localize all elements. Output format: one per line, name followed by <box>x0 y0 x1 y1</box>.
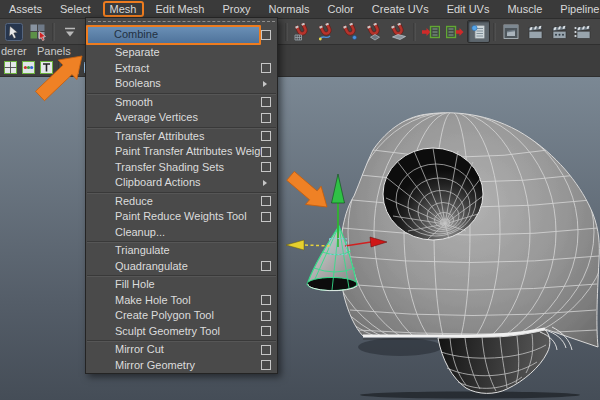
menu-item-quadrangulate[interactable]: Quadrangulate <box>86 259 277 275</box>
menu-edit-mesh[interactable]: Edit Mesh <box>147 1 214 18</box>
flyout-arrow-icon[interactable] <box>595 20 600 43</box>
menu-item-average-vertices[interactable]: Average Vertices <box>86 110 277 126</box>
menu-separator <box>86 191 277 194</box>
menu-separator <box>86 240 277 243</box>
submenu-arrow-icon <box>263 81 267 87</box>
text-tool-icon[interactable] <box>38 59 54 75</box>
menu-item-reduce[interactable]: Reduce <box>86 194 277 210</box>
menu-item-mirror-geometry[interactable]: Mirror Geometry <box>86 358 277 374</box>
menu-item-booleans[interactable]: Booleans <box>86 76 277 92</box>
option-box[interactable] <box>261 97 271 107</box>
menu-item-extract[interactable]: Extract <box>86 61 277 77</box>
option-box[interactable] <box>261 345 271 355</box>
menu-tearoff[interactable] <box>86 18 277 25</box>
option-box[interactable] <box>261 30 271 40</box>
menu-mesh[interactable]: Mesh <box>103 1 144 17</box>
output-connections-icon[interactable] <box>443 20 466 43</box>
menu-item-label: Mirror Geometry <box>86 358 261 374</box>
menu-item-create-polygon-tool[interactable]: Create Polygon Tool <box>86 308 277 324</box>
menu-item-label: Make Hole Tool <box>86 293 261 309</box>
menu-item-fill-hole[interactable]: Fill Hole <box>86 277 277 293</box>
menu-item-smooth[interactable]: Smooth <box>86 95 277 111</box>
snap-to-grid-icon[interactable] <box>291 20 314 43</box>
option-box[interactable] <box>261 113 271 123</box>
input-connections-icon[interactable] <box>419 20 442 43</box>
menu-item-tail <box>261 175 277 191</box>
menu-item-clipboard-actions[interactable]: Clipboard Actions <box>86 175 277 191</box>
render-settings-icon[interactable] <box>571 20 594 43</box>
menu-color[interactable]: Color <box>319 1 363 18</box>
option-box[interactable] <box>261 326 271 336</box>
menu-separator <box>86 339 277 342</box>
snap-to-center-icon[interactable] <box>363 20 386 43</box>
option-box[interactable] <box>261 261 271 271</box>
color-key-icon[interactable] <box>20 59 36 75</box>
construction-history-icon[interactable] <box>467 20 490 43</box>
render-view-icon[interactable] <box>499 20 522 43</box>
menu-item-tail <box>261 358 277 374</box>
menu-item-tail <box>261 209 277 225</box>
snap-to-point-icon[interactable] <box>339 20 362 43</box>
menu-item-transfer-attributes[interactable]: Transfer Attributes <box>86 129 277 145</box>
menu-muscle[interactable]: Muscle <box>498 1 551 18</box>
menu-assets[interactable]: Assets <box>0 1 51 18</box>
menu-item-paint-transfer-attributes-weights-tool[interactable]: Paint Transfer Attributes Weights Tool <box>86 144 277 160</box>
menu-item-label: Transfer Attributes <box>86 129 261 145</box>
option-box[interactable] <box>261 196 271 206</box>
menu-item-separate[interactable]: Separate <box>86 45 277 61</box>
menu-item-sculpt-geometry-tool[interactable]: Sculpt Geometry Tool <box>86 324 277 340</box>
ipr-render-icon[interactable] <box>547 20 570 43</box>
menu-item-cleanup[interactable]: Cleanup... <box>86 225 277 241</box>
menu-item-combine[interactable]: Combine <box>86 25 277 45</box>
flyout-arrow-icon[interactable] <box>58 20 81 43</box>
menu-item-label: Smooth <box>86 95 261 111</box>
menu-item-tail <box>261 129 277 145</box>
option-box[interactable] <box>261 311 271 321</box>
menu-select[interactable]: Select <box>51 1 100 18</box>
menu-create-uvs[interactable]: Create UVs <box>363 1 438 18</box>
option-box[interactable] <box>261 147 271 157</box>
menu-item-tail <box>261 76 277 92</box>
menu-separator <box>86 126 277 129</box>
snap-render-tools-group <box>283 20 600 43</box>
menu-item-transfer-shading-sets[interactable]: Transfer Shading Sets <box>86 160 277 176</box>
render-current-frame-icon[interactable] <box>523 20 546 43</box>
cube-icon[interactable] <box>64 59 80 75</box>
menu-item-label: Triangulate <box>86 243 261 259</box>
menu-item-tail <box>261 243 277 259</box>
grid-layout-icon[interactable] <box>2 59 18 75</box>
option-box[interactable] <box>261 295 271 305</box>
menu-item-tail <box>261 293 277 309</box>
option-box[interactable] <box>261 360 271 370</box>
select-hierarchy-icon[interactable] <box>2 20 25 43</box>
select-objects-icon[interactable] <box>26 20 49 43</box>
menu-item-label: Quadrangulate <box>86 259 261 275</box>
option-box[interactable] <box>261 212 271 222</box>
menu-pipeline-cache[interactable]: Pipeline Cache <box>551 1 600 18</box>
option-box[interactable] <box>261 63 271 73</box>
menu-item-tail <box>261 324 277 340</box>
manipulator-center-handle[interactable] <box>330 239 347 255</box>
panel-menu-renderer[interactable]: derer <box>1 44 27 58</box>
menu-item-label: Extract <box>86 61 261 77</box>
menu-edit-uvs[interactable]: Edit UVs <box>438 1 499 18</box>
snap-to-curve-icon[interactable] <box>315 20 338 43</box>
menu-item-label: Fill Hole <box>86 277 261 293</box>
menu-item-label: Clipboard Actions <box>86 175 261 191</box>
option-box[interactable] <box>261 162 271 172</box>
ground-shadow <box>360 392 580 399</box>
menu-separator <box>86 274 277 277</box>
menu-item-label: Cleanup... <box>86 225 261 241</box>
menu-item-tail <box>261 95 277 111</box>
menu-normals[interactable]: Normals <box>260 1 319 18</box>
menu-item-triangulate[interactable]: Triangulate <box>86 243 277 259</box>
menu-proxy[interactable]: Proxy <box>213 1 259 18</box>
menu-item-mirror-cut[interactable]: Mirror Cut <box>86 342 277 358</box>
menu-item-paint-reduce-weights-tool[interactable]: Paint Reduce Weights Tool <box>86 209 277 225</box>
menu-item-label: Transfer Shading Sets <box>86 160 261 176</box>
snap-to-plane-icon[interactable] <box>387 20 410 43</box>
menu-item-make-hole-tool[interactable]: Make Hole Tool <box>86 293 277 309</box>
panel-menu-panels[interactable]: Panels <box>37 44 71 58</box>
option-box[interactable] <box>261 131 271 141</box>
menu-item-tail <box>261 45 277 61</box>
